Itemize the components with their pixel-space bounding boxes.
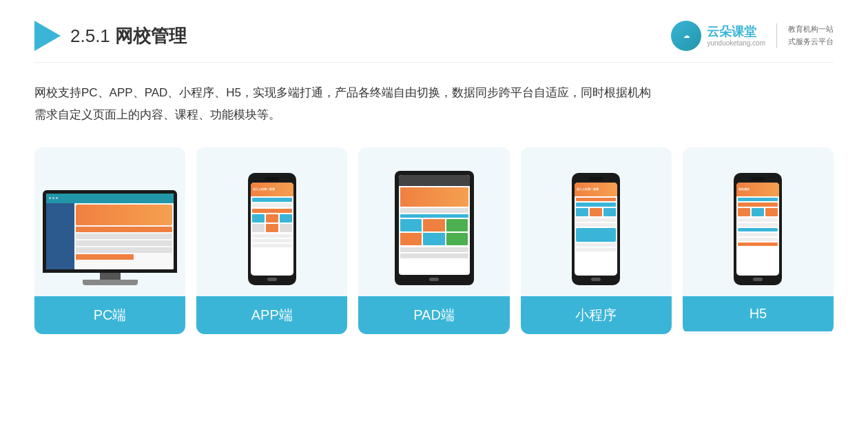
brand-cloud-icon: ☁ [671,21,701,51]
card-mini-image: 进入人的第一堂课 [521,147,672,285]
brand-divider [776,23,777,48]
description-line1: 网校支持PC、APP、PAD、小程序、H5，实现多端打通，产品各终端自由切换，数… [34,82,834,104]
card-pc-label: PC端 [34,296,185,334]
title-bold: 网校管理 [115,25,187,46]
card-pad-label: PAD端 [358,296,509,334]
card-app-label: APP端 [196,296,347,334]
header-right: ☁ 云朵课堂 yunduoketang.com 教育机构一站 式服务云平台 [671,21,834,51]
card-app-image: 进入人的第一堂课 [196,147,347,285]
card-pad-image [358,147,509,285]
pc-monitor [43,190,177,273]
card-pad: PAD端 [358,147,509,334]
title-prefix: 2.5.1 [70,25,115,46]
card-app: 进入人的第一堂课 [196,147,347,334]
description-line2: 需求自定义页面上的内容、课程、功能模块等。 [34,104,834,126]
brand-url: yunduoketang.com [707,39,765,47]
card-mini: 进入人的第一堂课 [521,147,672,334]
device-tablet [395,171,474,285]
card-h5: 轻松美好 [683,147,834,334]
device-phone-app: 进入人的第一堂课 [248,173,296,285]
page-container: 2.5.1 网校管理 ☁ 云朵课堂 yunduoketang.com 教育机构一… [0,0,868,434]
device-phone-mini: 进入人的第一堂课 [572,173,620,285]
brand-slogan: 教育机构一站 式服务云平台 [788,23,834,48]
header-left: 2.5.1 网校管理 [34,21,187,51]
header: 2.5.1 网校管理 ☁ 云朵课堂 yunduoketang.com 教育机构一… [34,21,834,63]
device-phone-h5: 轻松美好 [734,173,782,285]
brand-slogan-line1: 教育机构一站 [788,23,834,36]
card-h5-image: 轻松美好 [683,147,834,285]
pc-screen [46,194,174,269]
description-block: 网校支持PC、APP、PAD、小程序、H5，实现多端打通，产品各终端自由切换，数… [34,82,834,127]
cards-row: PC端 进入人的第一堂课 [34,147,834,334]
brand-slogan-line2: 式服务云平台 [788,36,834,48]
page-title: 2.5.1 网校管理 [70,24,187,48]
card-pc: PC端 [34,147,185,334]
brand-name: 云朵课堂 [707,25,756,40]
card-mini-label: 小程序 [521,296,672,334]
brand-logo: ☁ 云朵课堂 yunduoketang.com 教育机构一站 式服务云平台 [671,21,834,51]
card-h5-label: H5 [683,296,834,331]
card-pc-image [34,147,185,285]
device-pc [43,190,177,285]
brand-text: 云朵课堂 yunduoketang.com [707,25,765,48]
logo-triangle-icon [34,21,61,51]
